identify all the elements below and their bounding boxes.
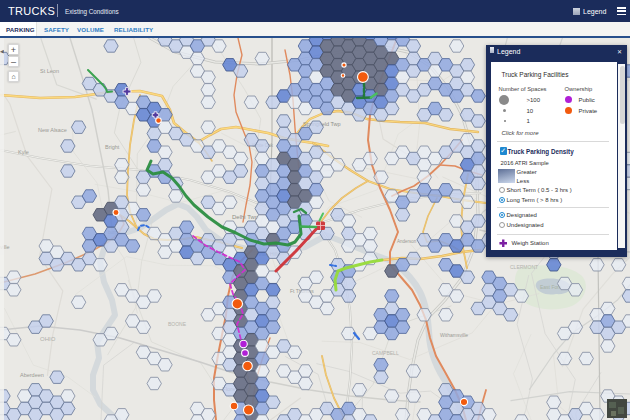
svg-text:BOONE: BOONE	[168, 321, 187, 327]
svg-text:Delhi Twp: Delhi Twp	[232, 214, 259, 220]
svg-text:St Leon: St Leon	[40, 68, 59, 74]
svg-text:Anderson: Anderson	[397, 239, 417, 244]
svg-text:Kyle: Kyle	[18, 149, 29, 155]
svg-text:Bright: Bright	[105, 144, 120, 150]
svg-text:Aberdeen: Aberdeen	[20, 372, 44, 378]
svg-text:CAMPBELL: CAMPBELL	[372, 350, 399, 356]
svg-text:OHIO: OHIO	[40, 336, 56, 342]
svg-text:Withamsville: Withamsville	[440, 332, 468, 338]
svg-text:New Alsace: New Alsace	[38, 127, 67, 133]
svg-text:CLERMONT: CLERMONT	[510, 264, 538, 270]
